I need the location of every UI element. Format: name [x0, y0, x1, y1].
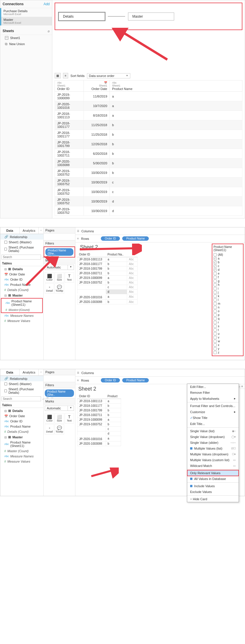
table-row[interactable]: JP-2018-100179912/26/2018b [55, 139, 242, 149]
table-row[interactable]: JP-2018-1002711b [77, 413, 121, 417]
filter-option[interactable]: ✓d [214, 268, 242, 272]
collapse-icon[interactable] [4, 267, 7, 271]
table-row[interactable]: JP-2019-1000099aAbc [77, 276, 138, 280]
ctx-sv-dropdown[interactable]: Single Value (dropdown)◯▾ [187, 434, 239, 440]
ctx-apply-worksheets[interactable]: Apply to Worksheets▸ [187, 395, 239, 402]
menu-icon[interactable]: ≡ [241, 385, 243, 388]
checkbox-icon[interactable] [214, 328, 217, 332]
field-item[interactable]: #Master (Count) [1, 307, 42, 312]
table-row[interactable]: JP-2018-1001113a [77, 399, 121, 404]
field-item[interactable]: AbcProduct Name (Sheet11) [0, 440, 43, 448]
table-row[interactable]: JP-2018-1001799b [77, 408, 121, 413]
table-row[interactable]: JP-2019-1000099a [77, 417, 121, 422]
table-row[interactable]: JP-2019-100375210/30/2019d [55, 206, 242, 216]
checkbox-icon[interactable] [214, 295, 217, 298]
row-pill-product-name[interactable]: Product Name [122, 236, 149, 241]
datasource-master[interactable]: Sheet1 (Master) [0, 240, 43, 245]
sort-fields-select[interactable]: Data source order ▼ [87, 73, 130, 78]
checkbox-icon[interactable]: ✓ [214, 257, 217, 260]
table-row[interactable]: JP-2019-1003752bAbc [77, 280, 138, 285]
rel-box-master[interactable]: Master [128, 12, 174, 21]
filter-option[interactable]: m [214, 302, 242, 306]
filter-option[interactable]: p [214, 313, 242, 317]
mark-detail[interactable]: ◦Detail [45, 283, 54, 294]
tab-analytics[interactable]: Analytics [20, 227, 39, 234]
collapse-icon[interactable] [4, 409, 7, 413]
search-sheets-icon[interactable]: ⌕ [48, 29, 50, 33]
ctx-hide-card[interactable]: × Hide Card [187, 496, 239, 502]
collapse-pane-icon[interactable]: ‹ [39, 227, 43, 234]
table-master[interactable]: ▦ Master [0, 292, 43, 298]
checkbox-icon[interactable] [214, 302, 217, 305]
mark-tooltip[interactable]: 💬Tooltip [55, 283, 64, 294]
field-item[interactable]: #Details (Count) [0, 429, 43, 434]
datasource-purchase[interactable]: Sheet1 (Purchase Details) [0, 387, 43, 395]
filter-option[interactable]: j [214, 290, 242, 294]
filter-option[interactable]: l [214, 298, 242, 302]
collapse-pane-icon[interactable]: ‹ [39, 369, 43, 376]
ctx-mv-list[interactable]: Multiple Values (list)☑☐ [187, 446, 239, 451]
checkbox-icon[interactable] [214, 317, 217, 320]
tab-data[interactable]: Data [0, 227, 20, 234]
ctx-show-title[interactable]: ✓Show Title [187, 415, 239, 421]
checkbox-icon[interactable] [214, 298, 217, 301]
table-row[interactable]: JP-2019-100375210/30/2019c [55, 178, 242, 187]
field-item[interactable]: #Details (Count) [0, 287, 43, 292]
filter-option[interactable]: q [214, 317, 242, 321]
checkbox-icon[interactable] [214, 321, 217, 324]
table-details[interactable]: ▦ Details [0, 408, 43, 413]
table-row[interactable]: JP-2018-100117711/25/2018b [55, 120, 242, 130]
tab-analytics[interactable]: Analytics [20, 369, 39, 376]
checkbox-icon[interactable] [214, 325, 217, 328]
table-row[interactable]: JP-2020-1003088b [77, 441, 121, 446]
ctx-only-relevant[interactable]: Only Relevant Values [187, 470, 239, 476]
datasource-purchase[interactable]: Sheet1 (Purchase Details) [0, 245, 43, 253]
grid-view-button[interactable]: ▦ [55, 73, 61, 78]
filter-option[interactable]: h [214, 283, 242, 287]
checkbox-icon[interactable] [214, 347, 217, 350]
ctx-include[interactable]: Include Values [187, 483, 239, 489]
table-row[interactable]: JP-2018-1001799bAbc [77, 266, 138, 271]
filter-option[interactable]: w [214, 339, 242, 343]
search-input[interactable] [1, 255, 41, 260]
rows-shelf[interactable]: ≡ Rows Order ID Product Name [75, 377, 245, 384]
datasource-master[interactable]: Sheet1 (Master) [0, 381, 43, 387]
table-row[interactable]: c [77, 427, 121, 431]
collapse-icon[interactable] [4, 294, 7, 297]
ctx-mv-custom[interactable]: Multiple Values (custom list)▭ [187, 457, 239, 463]
search-small-icon[interactable]: ⌕ [239, 385, 240, 388]
filter-card-product-name[interactable]: Product Name (Sheet11) (All) ✓a✓b✓c✓d ef… [212, 244, 244, 356]
column-header[interactable]: AbcSheet1Product Name [110, 80, 242, 92]
checkbox-icon[interactable] [214, 340, 217, 343]
datasource-relationship[interactable]: 🔗Relationship [0, 234, 43, 240]
table-row[interactable]: JP-2018-1001177b [77, 404, 121, 408]
connection-purchase-details[interactable]: Purchase Details Microsoft Excel [0, 8, 52, 17]
ctx-edit-filter[interactable]: Edit Filter... [187, 384, 239, 390]
sheet-title[interactable]: Sheet 2 [77, 242, 209, 252]
ctx-sv-list[interactable]: Single Value (list)◉○ [187, 428, 239, 434]
filter-option[interactable]: y [214, 347, 242, 351]
checkbox-icon[interactable] [214, 351, 217, 354]
checkbox-icon[interactable] [214, 283, 217, 286]
marks-type-select[interactable]: Automatic ▼ [45, 265, 74, 270]
table-row[interactable]: JP-2018-1002711bAbc [77, 271, 138, 276]
rel-box-details[interactable]: Details [59, 12, 105, 21]
mark-size[interactable]: ⬜Size [55, 413, 64, 424]
table-row[interactable]: JP-2020-100101610/7/2020a [55, 101, 242, 111]
filter-option[interactable]: t [214, 328, 242, 332]
table-row[interactable]: JP-2019-100375210/30/2019b [55, 168, 242, 178]
table-row[interactable]: JP-2019-1003752b [77, 422, 121, 427]
mark-size[interactable]: ⬜Size [55, 272, 64, 283]
table-row[interactable]: JP-2018-1001177bAbc [77, 262, 138, 266]
table-row[interactable]: d [77, 431, 121, 436]
filter-pill-product-name[interactable]: Product Name (She.. [45, 389, 74, 397]
mark-text[interactable]: TText [65, 272, 74, 283]
table-row[interactable]: JP-2018-1001113aAbc [77, 257, 138, 262]
ctx-customize[interactable]: Customize▸ [187, 409, 239, 415]
field-item[interactable]: 📅Order Date [0, 413, 43, 419]
checkbox-icon[interactable] [214, 313, 217, 317]
filter-pill-product-name[interactable]: Product Name (She.. [45, 248, 73, 256]
checkbox-icon[interactable] [214, 336, 217, 339]
column-header[interactable]: AbcSheet1Order ID [55, 80, 84, 92]
field-item[interactable]: AbcOrder ID [0, 277, 43, 282]
